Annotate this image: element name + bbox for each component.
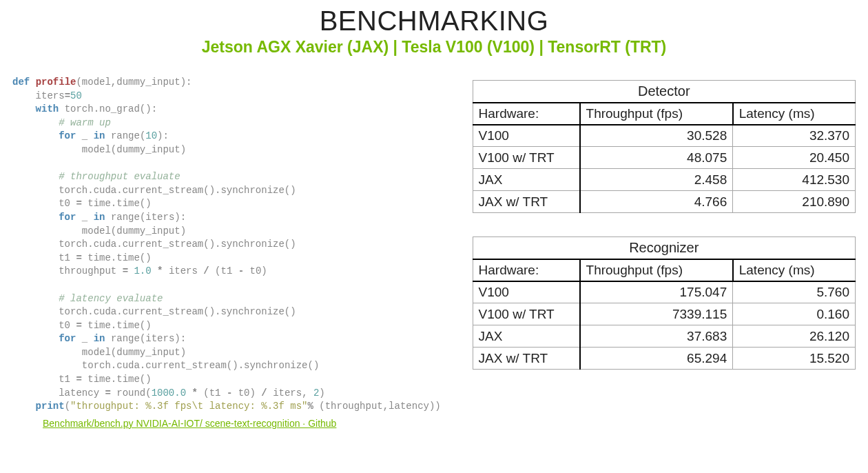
detector-h2: Latency (ms) <box>733 103 856 125</box>
github-link[interactable]: Benchmark/bench.py NVIDIA-AI-IOT/ scene-… <box>43 418 336 429</box>
page-title: BENCHMARKING <box>12 6 856 37</box>
table-row: JAX 37.683 26.120 <box>473 325 855 348</box>
page-subtitle: Jetson AGX Xavier (JAX) | Tesla V100 (V1… <box>12 38 856 57</box>
table-row: V100 30.528 32.370 <box>473 125 855 147</box>
recognizer-h0: Hardware: <box>473 259 580 281</box>
tables-column: Detector Hardware: Throughput (fps) Late… <box>473 76 856 430</box>
recognizer-caption: Recognizer <box>473 237 855 259</box>
detector-table: Detector Hardware: Throughput (fps) Late… <box>473 80 856 213</box>
slide: BENCHMARKING Jetson AGX Xavier (JAX) | T… <box>0 0 868 430</box>
detector-h1: Throughput (fps) <box>580 103 733 125</box>
code-column: def profile(model,dummy_input): iters=50… <box>12 76 445 430</box>
table-row: V100 175.047 5.760 <box>473 281 855 303</box>
recognizer-h1: Throughput (fps) <box>580 259 733 281</box>
recognizer-table: Recognizer Hardware: Throughput (fps) La… <box>473 236 856 370</box>
code-block: def profile(model,dummy_input): iters=50… <box>12 76 445 414</box>
table-row: V100 w/ TRT 7339.115 0.160 <box>473 303 855 325</box>
recognizer-h2: Latency (ms) <box>733 259 856 281</box>
detector-caption: Detector <box>473 81 855 103</box>
table-row: JAX 2.458 412.530 <box>473 169 855 191</box>
columns: def profile(model,dummy_input): iters=50… <box>12 76 856 430</box>
table-row: V100 w/ TRT 48.075 20.450 <box>473 147 855 169</box>
detector-h0: Hardware: <box>473 103 580 125</box>
table-row: JAX w/ TRT 4.766 210.890 <box>473 191 855 213</box>
table-row: JAX w/ TRT 65.294 15.520 <box>473 348 855 370</box>
